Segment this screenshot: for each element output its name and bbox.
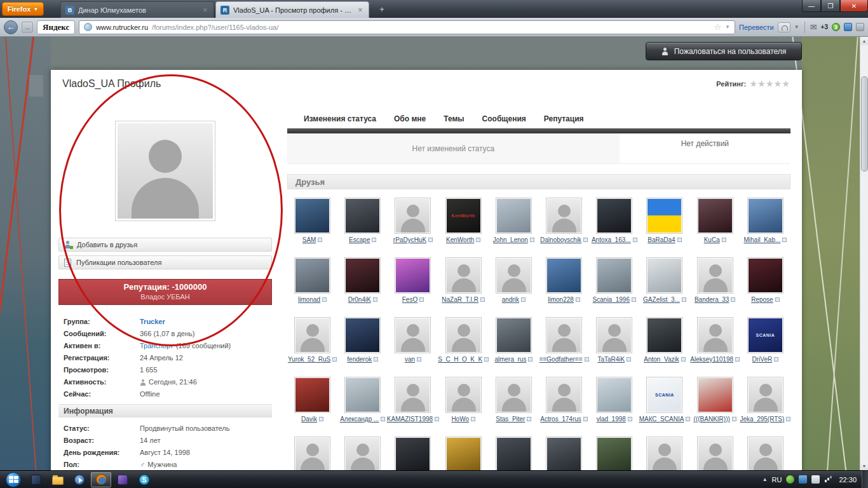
report-user-button[interactable]: Пожаловаться на пользователя bbox=[646, 42, 802, 60]
user-card-icon[interactable] bbox=[627, 357, 631, 362]
friend-avatar[interactable] bbox=[344, 257, 381, 294]
friend-avatar[interactable] bbox=[496, 198, 532, 234]
start-button[interactable] bbox=[6, 472, 21, 487]
friend-avatar[interactable] bbox=[294, 317, 330, 353]
user-card-icon[interactable] bbox=[732, 417, 736, 421]
user-card-icon[interactable] bbox=[786, 417, 790, 421]
friend-name-link[interactable]: almera_rus bbox=[494, 356, 532, 363]
friend-avatar[interactable] bbox=[596, 317, 632, 353]
taskbar-firefox[interactable] bbox=[91, 472, 111, 487]
friend-name-link[interactable]: Anton_Vazik bbox=[644, 356, 685, 363]
friend-avatar[interactable] bbox=[344, 437, 381, 470]
friend-avatar[interactable] bbox=[496, 257, 532, 294]
url-dropdown-icon[interactable]: ▼ bbox=[725, 24, 730, 30]
friend-avatar[interactable] bbox=[546, 257, 582, 294]
friend-name-link[interactable]: S_C_H_O_K_K bbox=[438, 356, 489, 363]
network-icon[interactable] bbox=[824, 475, 832, 484]
friend-name-link[interactable]: Escape bbox=[349, 236, 376, 243]
yandex-gauge-icon[interactable] bbox=[778, 22, 790, 32]
friend-avatar[interactable] bbox=[646, 198, 682, 234]
add-friend-button[interactable]: Добавить в друзья bbox=[58, 238, 272, 252]
address-bar[interactable]: www.rutrucker.ru /forums/index.php?/user… bbox=[79, 20, 735, 34]
friend-name-link[interactable]: KuCa bbox=[704, 236, 726, 243]
friend-name-link[interactable]: Actros_174rus bbox=[540, 416, 587, 423]
friend-avatar[interactable] bbox=[344, 377, 381, 413]
user-card-icon[interactable] bbox=[332, 357, 337, 362]
profile-tab-1[interactable]: Изменения статуса bbox=[304, 114, 376, 123]
profile-tab-2[interactable]: Обо мне bbox=[394, 114, 426, 123]
user-card-icon[interactable] bbox=[419, 297, 424, 302]
friend-avatar[interactable] bbox=[546, 377, 582, 413]
friend-name-link[interactable]: Aleksey110198 bbox=[690, 356, 740, 363]
user-card-icon[interactable] bbox=[677, 238, 682, 242]
friend-avatar[interactable] bbox=[646, 257, 682, 294]
friend-name-link[interactable]: KAMAZIST1998 bbox=[387, 416, 439, 423]
friend-avatar[interactable]: KenWorth bbox=[445, 198, 482, 234]
friend-avatar[interactable] bbox=[596, 437, 632, 470]
user-card-icon[interactable] bbox=[527, 417, 531, 421]
friend-name-link[interactable]: Jeka_295(RTS) bbox=[740, 416, 790, 423]
green-counter-icon[interactable]: 3 bbox=[832, 23, 840, 31]
bookmark-star-icon[interactable]: ☆ bbox=[714, 22, 721, 32]
friend-name-link[interactable]: GAZelist_3... bbox=[643, 296, 686, 303]
user-publications-button[interactable]: Публикации пользователя bbox=[58, 255, 272, 269]
friend-avatar[interactable] bbox=[697, 437, 733, 470]
friend-avatar[interactable] bbox=[344, 198, 381, 234]
friend-avatar[interactable] bbox=[445, 437, 482, 470]
forward-button[interactable]: → bbox=[22, 22, 33, 33]
page-scrollbar[interactable]: ▲ ▼ bbox=[860, 37, 868, 470]
user-card-icon[interactable] bbox=[782, 238, 787, 242]
user-card-icon[interactable] bbox=[632, 297, 636, 302]
friend-name-link[interactable]: andrik bbox=[502, 296, 526, 303]
user-card-icon[interactable] bbox=[417, 357, 421, 362]
tab1-close-icon[interactable]: × bbox=[201, 6, 209, 15]
friend-name-link[interactable]: HoWo bbox=[451, 416, 475, 423]
gauge-dropdown-icon[interactable]: ▼ bbox=[794, 24, 799, 30]
friend-avatar[interactable] bbox=[546, 437, 582, 470]
user-card-icon[interactable] bbox=[381, 417, 385, 421]
user-card-icon[interactable] bbox=[319, 417, 323, 421]
scroll-down-icon[interactable]: ▼ bbox=[860, 462, 868, 470]
friend-avatar[interactable] bbox=[496, 377, 532, 413]
user-card-icon[interactable] bbox=[583, 417, 588, 421]
friend-name-link[interactable]: SAM bbox=[302, 236, 323, 243]
friend-avatar[interactable] bbox=[294, 257, 330, 294]
friend-avatar[interactable] bbox=[747, 437, 783, 470]
friend-avatar[interactable] bbox=[546, 317, 582, 353]
user-card-icon[interactable] bbox=[372, 238, 376, 242]
friend-name-link[interactable]: FesO bbox=[402, 296, 424, 303]
taskbar-app-2[interactable] bbox=[112, 472, 133, 487]
user-card-icon[interactable] bbox=[373, 297, 377, 302]
user-card-icon[interactable] bbox=[428, 238, 433, 242]
user-card-icon[interactable] bbox=[722, 238, 726, 242]
friend-avatar[interactable] bbox=[546, 198, 582, 234]
friend-name-link[interactable]: TaTaR4iK bbox=[597, 356, 631, 363]
friend-name-link[interactable]: John_Lenon bbox=[493, 236, 534, 243]
friend-name-link[interactable]: BaRaDa4 bbox=[648, 236, 681, 243]
firefox-menu-button[interactable]: Firefox ▼ bbox=[2, 2, 44, 16]
friend-avatar[interactable] bbox=[596, 377, 632, 413]
friend-name-link[interactable]: rPaDycHuK bbox=[393, 236, 433, 243]
friend-avatar[interactable] bbox=[395, 437, 431, 470]
friend-name-link[interactable]: Bandera_33 bbox=[695, 296, 736, 303]
user-card-icon[interactable] bbox=[735, 357, 740, 362]
yandex-bar-button[interactable]: Яндекс bbox=[37, 20, 75, 34]
taskbar-media-player[interactable] bbox=[69, 472, 90, 487]
tray-expand-icon[interactable]: ▲ bbox=[763, 477, 768, 482]
friend-avatar[interactable] bbox=[294, 437, 330, 470]
friend-name-link[interactable]: Scania_1996 bbox=[593, 296, 636, 303]
rating-stars[interactable]: ★★★★★ bbox=[750, 79, 790, 88]
friend-avatar[interactable] bbox=[646, 317, 682, 353]
friend-avatar[interactable] bbox=[747, 377, 783, 413]
friend-avatar[interactable]: SCANIA bbox=[646, 377, 682, 413]
window-restore-button[interactable]: ❐ bbox=[821, 0, 840, 12]
friend-name-link[interactable]: van bbox=[405, 356, 421, 363]
info-value-link[interactable]: Транспорт bbox=[140, 340, 173, 352]
taskbar-skype[interactable]: S bbox=[134, 472, 154, 487]
friend-avatar[interactable] bbox=[697, 377, 733, 413]
friend-avatar[interactable] bbox=[395, 257, 431, 294]
friend-avatar[interactable] bbox=[496, 437, 532, 470]
update-tray-icon[interactable] bbox=[799, 475, 807, 484]
new-tab-button[interactable]: + bbox=[374, 4, 390, 15]
profile-tab-4[interactable]: Сообщения bbox=[482, 114, 526, 123]
